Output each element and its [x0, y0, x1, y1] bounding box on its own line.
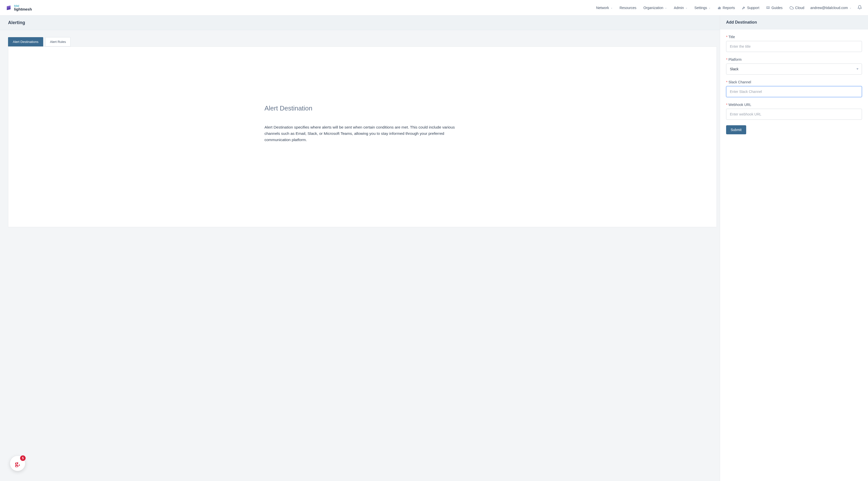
card-heading: Alert Destination	[265, 104, 460, 112]
submit-button[interactable]: Submit	[726, 125, 746, 134]
tabs: Alert Destinations Alert Rules	[8, 37, 717, 46]
form-group-platform: *Platform Slack	[726, 58, 862, 74]
logo-text-top: tidal	[14, 4, 32, 7]
svg-rect-2	[720, 7, 720, 9]
content-body: Alert Destinations Alert Rules Alert Des…	[0, 30, 720, 481]
webhook-label-text: Webhook URL	[728, 103, 751, 107]
nav-admin[interactable]: Admin ⌄	[674, 6, 687, 10]
nav-admin-label: Admin	[674, 6, 684, 10]
chevron-down-icon: ⌄	[709, 6, 711, 9]
cloud-icon	[789, 6, 794, 10]
wrench-icon	[742, 6, 745, 9]
tab-alert-rules[interactable]: Alert Rules	[45, 37, 71, 46]
main-layout: Alerting Alert Destinations Alert Rules …	[0, 15, 868, 481]
logo-text-bottom: lightmesh	[14, 7, 32, 11]
nav-cloud-label: Cloud	[795, 6, 804, 10]
nav-settings[interactable]: Settings ⌄	[694, 6, 711, 10]
submit-button-label: Submit	[731, 128, 742, 132]
nav-resources[interactable]: Resources	[620, 6, 637, 10]
required-asterisk: *	[726, 103, 727, 107]
slack-channel-label: *Slack Channel	[726, 80, 862, 84]
notifications-button[interactable]	[858, 5, 862, 10]
side-panel: Add Destination *Title *Platform Slack	[720, 15, 868, 481]
svg-rect-0	[718, 8, 719, 9]
svg-rect-1	[719, 7, 719, 9]
tab-alert-destinations[interactable]: Alert Destinations	[8, 37, 43, 46]
title-input[interactable]	[726, 41, 862, 52]
nav-reports-label: Reports	[722, 6, 735, 10]
nav-user-email: andrew@tidalcloud.com	[810, 6, 848, 10]
logo-text: tidal lightmesh	[14, 4, 32, 11]
nav-guides[interactable]: Guides	[766, 6, 782, 10]
nav-network[interactable]: Network ⌄	[596, 6, 612, 10]
slack-channel-input[interactable]	[726, 86, 862, 97]
card-description: Alert Destination specifies where alerts…	[265, 124, 460, 143]
chevron-down-icon: ⌄	[611, 6, 613, 9]
nav-right: Cloud andrew@tidalcloud.com ⌄	[789, 5, 862, 10]
form-group-slack-channel: *Slack Channel	[726, 80, 862, 97]
title-label-text: Title	[728, 35, 735, 39]
help-widget[interactable]: g. 5	[10, 456, 25, 471]
required-asterisk: *	[726, 35, 727, 39]
chart-icon	[718, 6, 721, 9]
required-asterisk: *	[726, 80, 727, 84]
platform-label-text: Platform	[728, 58, 741, 62]
nav-reports[interactable]: Reports	[718, 6, 735, 10]
help-glyph: g.	[15, 459, 20, 468]
logo-icon	[6, 5, 12, 11]
form-group-webhook: *Webhook URL	[726, 103, 862, 120]
nav-support-label: Support	[747, 6, 759, 10]
nav-organization-label: Organization	[644, 6, 663, 10]
webhook-label: *Webhook URL	[726, 103, 862, 107]
content-area: Alerting Alert Destinations Alert Rules …	[0, 15, 720, 481]
platform-select[interactable]: Slack	[726, 64, 862, 74]
tab-rules-label: Alert Rules	[50, 40, 66, 44]
chevron-down-icon: ⌄	[849, 6, 851, 9]
side-panel-header: Add Destination	[720, 15, 868, 29]
side-panel-body: *Title *Platform Slack *Slack Channel	[720, 29, 868, 481]
chevron-down-icon: ⌄	[665, 6, 667, 9]
app-header: tidal lightmesh Network ⌄ Resources Orga…	[0, 0, 868, 15]
card-inner: Alert Destination Alert Destination spec…	[259, 104, 465, 143]
page-title-bar: Alerting	[0, 15, 720, 30]
platform-select-wrap: Slack	[726, 64, 862, 74]
form-group-title: *Title	[726, 35, 862, 52]
nav-cloud[interactable]: Cloud	[789, 6, 804, 10]
webhook-input[interactable]	[726, 109, 862, 120]
page-title: Alerting	[8, 20, 712, 25]
content-card: Alert Destination Alert Destination spec…	[8, 46, 717, 227]
platform-label: *Platform	[726, 58, 862, 62]
side-panel-title: Add Destination	[726, 20, 862, 25]
tab-destinations-label: Alert Destinations	[13, 40, 38, 44]
nav-support[interactable]: Support	[742, 6, 759, 10]
chevron-down-icon: ⌄	[685, 6, 687, 9]
title-label: *Title	[726, 35, 862, 39]
nav-resources-label: Resources	[620, 6, 637, 10]
platform-select-value: Slack	[730, 67, 738, 71]
help-badge-count: 5	[22, 456, 24, 460]
book-icon	[766, 6, 770, 9]
nav-network-label: Network	[596, 6, 609, 10]
main-nav: Network ⌄ Resources Organization ⌄ Admin…	[596, 6, 782, 10]
required-asterisk: *	[726, 58, 727, 62]
nav-organization[interactable]: Organization ⌄	[644, 6, 667, 10]
logo[interactable]: tidal lightmesh	[6, 4, 32, 11]
help-badge: 5	[20, 455, 26, 461]
nav-settings-label: Settings	[694, 6, 707, 10]
nav-user[interactable]: andrew@tidalcloud.com ⌄	[810, 6, 851, 10]
nav-guides-label: Guides	[771, 6, 782, 10]
slack-channel-label-text: Slack Channel	[728, 80, 751, 84]
